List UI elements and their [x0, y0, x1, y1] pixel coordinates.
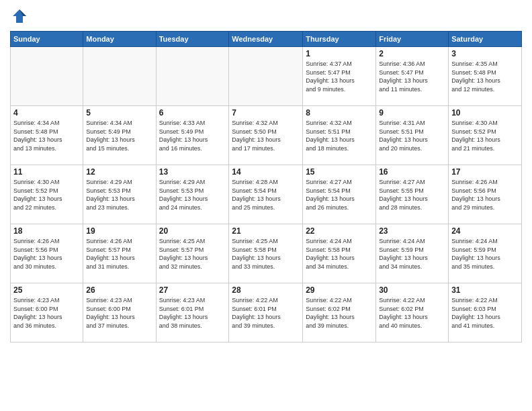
- day-number: 11: [13, 167, 80, 177]
- day-info: Sunrise: 4:22 AMSunset: 6:03 PMDaylight:…: [451, 296, 519, 330]
- day-info: Sunrise: 4:30 AMSunset: 5:52 PMDaylight:…: [451, 119, 519, 152]
- day-cell: 2Sunrise: 4:36 AMSunset: 5:47 PMDaylight…: [376, 47, 449, 106]
- day-number: 2: [379, 49, 445, 58]
- day-cell: 12Sunrise: 4:29 AMSunset: 5:53 PMDayligh…: [83, 165, 156, 224]
- day-number: 26: [86, 285, 152, 295]
- day-number: 24: [451, 226, 519, 236]
- day-cell: 20Sunrise: 4:25 AMSunset: 5:57 PMDayligh…: [156, 224, 229, 283]
- day-number: 1: [306, 49, 373, 58]
- day-info: Sunrise: 4:33 AMSunset: 5:49 PMDaylight:…: [159, 119, 226, 152]
- day-cell: 25Sunrise: 4:23 AMSunset: 6:00 PMDayligh…: [11, 283, 83, 342]
- day-cell: 13Sunrise: 4:29 AMSunset: 5:53 PMDayligh…: [156, 165, 229, 224]
- day-number: 27: [159, 285, 226, 295]
- day-info: Sunrise: 4:25 AMSunset: 5:58 PMDaylight:…: [232, 237, 300, 271]
- day-cell: 11Sunrise: 4:30 AMSunset: 5:52 PMDayligh…: [11, 165, 83, 224]
- day-number: 8: [306, 108, 373, 118]
- day-info: Sunrise: 4:31 AMSunset: 5:51 PMDaylight:…: [379, 119, 445, 152]
- day-info: Sunrise: 4:24 AMSunset: 5:58 PMDaylight:…: [306, 237, 373, 271]
- day-cell: 9Sunrise: 4:31 AMSunset: 5:51 PMDaylight…: [376, 106, 449, 165]
- day-number: 17: [451, 167, 519, 177]
- weekday-tuesday: Tuesday: [156, 32, 229, 47]
- day-cell: 18Sunrise: 4:26 AMSunset: 5:56 PMDayligh…: [11, 224, 83, 283]
- day-number: 9: [379, 108, 445, 118]
- day-cell: 31Sunrise: 4:22 AMSunset: 6:03 PMDayligh…: [449, 283, 522, 342]
- day-info: Sunrise: 4:36 AMSunset: 5:47 PMDaylight:…: [379, 60, 445, 93]
- day-info: Sunrise: 4:22 AMSunset: 6:02 PMDaylight:…: [379, 296, 445, 330]
- day-info: Sunrise: 4:30 AMSunset: 5:52 PMDaylight:…: [13, 178, 80, 212]
- day-number: 6: [159, 108, 226, 118]
- day-info: Sunrise: 4:27 AMSunset: 5:54 PMDaylight:…: [306, 178, 373, 212]
- week-row-4: 18Sunrise: 4:26 AMSunset: 5:56 PMDayligh…: [11, 224, 522, 283]
- day-cell: 26Sunrise: 4:23 AMSunset: 6:00 PMDayligh…: [83, 283, 156, 342]
- day-info: Sunrise: 4:34 AMSunset: 5:48 PMDaylight:…: [13, 119, 80, 152]
- day-number: 28: [232, 285, 300, 295]
- day-number: 31: [451, 285, 519, 295]
- day-cell: 21Sunrise: 4:25 AMSunset: 5:58 PMDayligh…: [229, 224, 303, 283]
- day-info: Sunrise: 4:35 AMSunset: 5:48 PMDaylight:…: [451, 60, 519, 93]
- day-number: 23: [379, 226, 445, 236]
- day-number: 7: [232, 108, 300, 118]
- day-info: Sunrise: 4:26 AMSunset: 5:57 PMDaylight:…: [86, 237, 152, 271]
- day-cell: 3Sunrise: 4:35 AMSunset: 5:48 PMDaylight…: [449, 47, 522, 106]
- calendar-page: SundayMondayTuesdayWednesdayThursdayFrid…: [0, 0, 532, 411]
- day-cell: 7Sunrise: 4:32 AMSunset: 5:50 PMDaylight…: [229, 106, 303, 165]
- day-info: Sunrise: 4:23 AMSunset: 6:00 PMDaylight:…: [13, 296, 80, 330]
- day-cell: 15Sunrise: 4:27 AMSunset: 5:54 PMDayligh…: [303, 165, 376, 224]
- day-info: Sunrise: 4:23 AMSunset: 6:00 PMDaylight:…: [86, 296, 152, 330]
- day-number: 19: [86, 226, 152, 236]
- day-info: Sunrise: 4:23 AMSunset: 6:01 PMDaylight:…: [159, 296, 226, 330]
- day-info: Sunrise: 4:26 AMSunset: 5:56 PMDaylight:…: [451, 178, 519, 212]
- day-cell: 4Sunrise: 4:34 AMSunset: 5:48 PMDaylight…: [11, 106, 83, 165]
- day-cell: 19Sunrise: 4:26 AMSunset: 5:57 PMDayligh…: [83, 224, 156, 283]
- day-cell: 17Sunrise: 4:26 AMSunset: 5:56 PMDayligh…: [449, 165, 522, 224]
- weekday-sunday: Sunday: [11, 32, 83, 47]
- day-number: 15: [306, 167, 373, 177]
- day-info: Sunrise: 4:28 AMSunset: 5:54 PMDaylight:…: [232, 178, 300, 212]
- day-number: 16: [379, 167, 445, 177]
- day-cell: 30Sunrise: 4:22 AMSunset: 6:02 PMDayligh…: [376, 283, 449, 342]
- day-cell: 16Sunrise: 4:27 AMSunset: 5:55 PMDayligh…: [376, 165, 449, 224]
- day-info: Sunrise: 4:29 AMSunset: 5:53 PMDaylight:…: [86, 178, 152, 212]
- day-info: Sunrise: 4:25 AMSunset: 5:57 PMDaylight:…: [159, 237, 226, 271]
- logo-icon: [10, 7, 29, 26]
- day-number: 5: [86, 108, 152, 118]
- day-number: 3: [451, 49, 519, 58]
- day-number: 14: [232, 167, 300, 177]
- week-row-3: 11Sunrise: 4:30 AMSunset: 5:52 PMDayligh…: [11, 165, 522, 224]
- weekday-wednesday: Wednesday: [229, 32, 303, 47]
- day-cell: 1Sunrise: 4:37 AMSunset: 5:47 PMDaylight…: [303, 47, 376, 106]
- day-info: Sunrise: 4:34 AMSunset: 5:49 PMDaylight:…: [86, 119, 152, 152]
- day-cell: 14Sunrise: 4:28 AMSunset: 5:54 PMDayligh…: [229, 165, 303, 224]
- day-number: 25: [13, 285, 80, 295]
- day-info: Sunrise: 4:24 AMSunset: 5:59 PMDaylight:…: [379, 237, 445, 271]
- day-number: 30: [379, 285, 445, 295]
- day-number: 21: [232, 226, 300, 236]
- weekday-monday: Monday: [83, 32, 156, 47]
- day-cell: 8Sunrise: 4:32 AMSunset: 5:51 PMDaylight…: [303, 106, 376, 165]
- day-cell: 27Sunrise: 4:23 AMSunset: 6:01 PMDayligh…: [156, 283, 229, 342]
- day-cell: [83, 47, 156, 106]
- day-info: Sunrise: 4:22 AMSunset: 6:01 PMDaylight:…: [232, 296, 300, 330]
- weekday-friday: Friday: [376, 32, 449, 47]
- day-number: 22: [306, 226, 373, 236]
- day-cell: 10Sunrise: 4:30 AMSunset: 5:52 PMDayligh…: [449, 106, 522, 165]
- day-info: Sunrise: 4:32 AMSunset: 5:51 PMDaylight:…: [306, 119, 373, 152]
- day-number: 13: [159, 167, 226, 177]
- calendar-table: SundayMondayTuesdayWednesdayThursdayFrid…: [10, 31, 522, 342]
- day-number: 10: [451, 108, 519, 118]
- day-info: Sunrise: 4:32 AMSunset: 5:50 PMDaylight:…: [232, 119, 300, 152]
- day-info: Sunrise: 4:26 AMSunset: 5:56 PMDaylight:…: [13, 237, 80, 271]
- day-cell: 23Sunrise: 4:24 AMSunset: 5:59 PMDayligh…: [376, 224, 449, 283]
- day-info: Sunrise: 4:29 AMSunset: 5:53 PMDaylight:…: [159, 178, 226, 212]
- day-cell: 24Sunrise: 4:24 AMSunset: 5:59 PMDayligh…: [449, 224, 522, 283]
- week-row-2: 4Sunrise: 4:34 AMSunset: 5:48 PMDaylight…: [11, 106, 522, 165]
- header: [10, 7, 522, 26]
- day-info: Sunrise: 4:37 AMSunset: 5:47 PMDaylight:…: [306, 60, 373, 93]
- day-cell: 29Sunrise: 4:22 AMSunset: 6:02 PMDayligh…: [303, 283, 376, 342]
- day-number: 12: [86, 167, 152, 177]
- week-row-1: 1Sunrise: 4:37 AMSunset: 5:47 PMDaylight…: [11, 47, 522, 106]
- day-number: 18: [13, 226, 80, 236]
- day-number: 20: [159, 226, 226, 236]
- day-cell: 22Sunrise: 4:24 AMSunset: 5:58 PMDayligh…: [303, 224, 376, 283]
- day-info: Sunrise: 4:22 AMSunset: 6:02 PMDaylight:…: [306, 296, 373, 330]
